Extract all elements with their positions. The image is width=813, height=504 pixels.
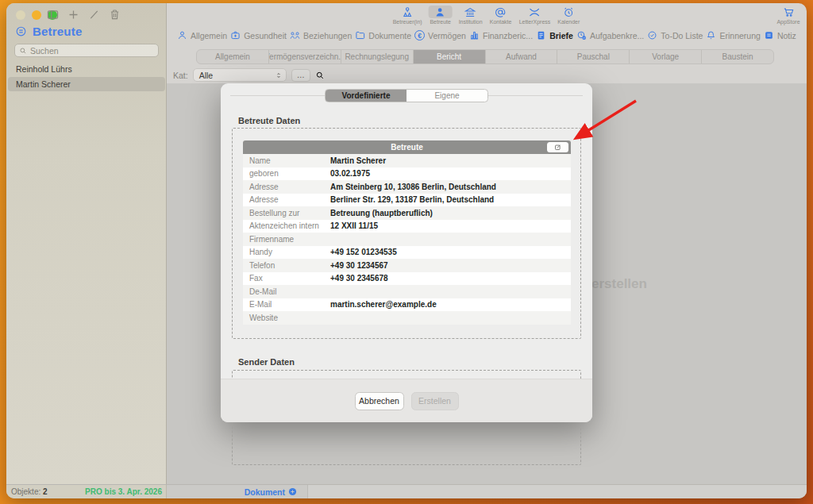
segmented-control-row: Allgemein Vermögensverzeichn... Rechnung… (167, 48, 807, 67)
main-toolbar: Betreuer(in) Betreute Institution Kontak… (167, 3, 807, 25)
tab-dokumente[interactable]: Dokumente (355, 30, 411, 40)
table-row: Firmenname (243, 233, 571, 246)
field-value: Betreuung (hauptberuflich) (330, 209, 571, 217)
document-section: Dokument (167, 485, 308, 498)
field-value: 03.02.1975 (330, 169, 571, 178)
first-aid-icon (230, 30, 241, 40)
search-placeholder: Suchen (30, 46, 59, 56)
sidebar-title: Betreute (15, 25, 82, 38)
chevron-up-down-icon (275, 71, 283, 79)
toolbar-item-letterxpress[interactable]: LetterXpress (519, 6, 551, 25)
more-options-button[interactable]: … (291, 69, 310, 82)
field-value: +49 30 1234567 (330, 261, 571, 270)
bank-icon (464, 6, 476, 18)
at-icon (495, 6, 507, 18)
field-label: Fax (243, 274, 330, 283)
alarm-clock-icon (563, 6, 575, 18)
section-title-betreute-daten: Betreute Daten (238, 116, 300, 125)
segment-pauschal[interactable]: Pauschal (557, 50, 630, 63)
betreute-data-table: Betreute Name Martin Scherer geboren 03.… (243, 140, 571, 325)
letterxpress-icon (529, 6, 541, 18)
tab-erinnerung[interactable]: Erinnerung (706, 30, 760, 40)
tab-beziehungen[interactable]: Beziehungen (290, 30, 352, 40)
report-segmented-control: Allgemein Vermögensverzeichn... Rechnung… (196, 49, 774, 64)
category-label: Kat: (173, 71, 188, 80)
segment-vermoegensverzeichnis[interactable]: Vermögensverzeichn... (269, 50, 341, 63)
table-row: De-Mail (243, 285, 571, 298)
segment-rechnungslegung[interactable]: Rechnungslegung (341, 50, 414, 63)
segment-vorlage[interactable]: Vorlage (630, 50, 702, 63)
field-label: Telefon (243, 261, 330, 270)
tab-gesundheit[interactable]: Gesundheit (230, 30, 287, 40)
delete-icon[interactable] (108, 8, 121, 21)
tab-finanzbericht[interactable]: Finanzberic... (469, 30, 533, 40)
add-icon[interactable] (67, 8, 80, 21)
toolbar-item-kalender[interactable]: Kalender (557, 6, 580, 25)
field-label: Adresse (243, 183, 330, 191)
create-button-disabled[interactable]: Erstellen (411, 392, 459, 410)
person-icon (434, 6, 446, 18)
search-input[interactable]: Suchen (14, 44, 159, 57)
tab-briefe[interactable]: Briefe (536, 30, 573, 40)
tab-todo-liste[interactable]: To-Do Liste (647, 30, 703, 40)
field-label: Name (243, 156, 330, 165)
field-label: Handy (243, 248, 330, 256)
check-circle-icon (647, 30, 657, 40)
tab-allgemein-person[interactable]: Allgemein (177, 30, 227, 40)
category-filter-row: Kat: Alle … (167, 67, 807, 83)
tab-vordefinierte[interactable]: Vordefinierte (326, 90, 406, 102)
field-value: 12 XXII 11/15 (330, 221, 571, 230)
field-label: geboren (243, 169, 330, 178)
category-select[interactable]: Alle (193, 68, 287, 82)
field-value: Berliner Str. 129, 13187 Berlin, Deutsch… (330, 195, 571, 204)
plus-circle-icon[interactable] (288, 487, 297, 496)
background-placeholder-text: erstellen (591, 276, 647, 292)
bar-chart-icon (469, 30, 480, 40)
search-icon (19, 47, 27, 55)
toolbar-item-appstore[interactable]: AppStore (776, 6, 800, 25)
edit-table-button[interactable] (547, 142, 568, 152)
cancel-button[interactable]: Abbrechen (355, 392, 404, 410)
toolbar-item-institution[interactable]: Institution (459, 6, 483, 25)
field-label: Firmenname (243, 235, 330, 244)
tab-notiz[interactable]: Notiz (764, 30, 796, 40)
caretaker-icon (402, 6, 414, 18)
cart-icon (783, 6, 795, 18)
people-icon (290, 30, 300, 40)
edit-icon[interactable] (87, 8, 101, 21)
toggle-sidebar-icon[interactable] (46, 8, 60, 21)
toolbar-item-kontakte[interactable]: Kontakte (489, 6, 513, 25)
field-value: Am Steinberg 10, 13086 Berlin, Deutschla… (330, 183, 571, 191)
list-circle-icon[interactable] (15, 25, 27, 37)
table-row: Handy +49 152 01234535 (243, 246, 571, 260)
secondary-toolbar: Allgemein Gesundheit Beziehungen Dokumen… (167, 25, 807, 46)
section-title-sender-daten: Sender Daten (238, 357, 295, 367)
add-document-label[interactable]: Dokument (245, 487, 285, 497)
close-window-button[interactable] (16, 10, 25, 20)
table-row: Fax +49 30 2345678 (243, 272, 571, 286)
tab-vermoegen[interactable]: € Vermögen (414, 30, 466, 40)
segment-bericht[interactable]: Bericht (414, 50, 486, 63)
sidebar-status: Objekte: 2 PRO bis 3. Apr. 2026 (6, 485, 167, 498)
segment-baustein[interactable]: Baustein (702, 50, 773, 63)
field-label: E-Mail (243, 300, 330, 309)
segment-aufwand[interactable]: Aufwand (486, 50, 558, 63)
report-creation-dialog: Vordefinierte Eigene Betreute Daten Betr… (221, 83, 592, 422)
table-row: E-Mail martin.scherer@example.de (243, 298, 571, 312)
segment-allgemein[interactable]: Allgemein (197, 50, 269, 63)
app-window: Betreute Suchen Reinhold Lührs Martin Sc… (6, 3, 807, 498)
tab-eigene[interactable]: Eigene (406, 90, 487, 102)
toolbar-item-betreute[interactable]: Betreute (429, 6, 453, 25)
table-row: Bestellung zur Betreuung (hauptberuflich… (243, 206, 571, 220)
tab-aufgabenkreise[interactable]: Aufgabenkre... (576, 30, 644, 40)
table-row: Name Martin Scherer (243, 154, 571, 167)
list-item-selected[interactable]: Martin Scherer (8, 77, 165, 91)
note-icon (764, 30, 774, 40)
field-label: Bestellung zur (243, 209, 330, 217)
search-icon[interactable] (315, 71, 325, 80)
person-icon (177, 30, 187, 40)
toolbar-item-betreuer[interactable]: Betreuer(in) (393, 6, 422, 25)
euro-icon: € (414, 30, 425, 40)
list-item[interactable]: Reinhold Lührs (8, 62, 165, 76)
minimize-window-button[interactable] (32, 10, 41, 20)
